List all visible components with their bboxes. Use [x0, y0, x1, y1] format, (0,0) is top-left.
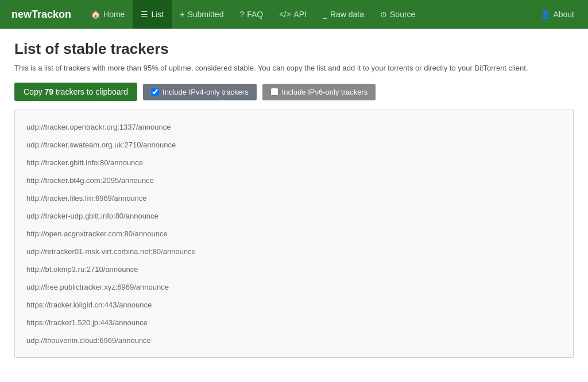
tracker-item: https://tracker1.520.jp:443/announce: [26, 314, 562, 331]
nav-item-label: FAQ: [247, 10, 263, 19]
nav-item-home[interactable]: 🏠 Home: [83, 0, 133, 29]
ipv4-checkbox[interactable]: [151, 88, 159, 96]
controls-row: Copy 79 trackers to clipboard Include IP…: [14, 83, 574, 101]
tracker-item: udp://thouvenin.cloud:6969/announce: [26, 332, 562, 349]
navbar: newTrackon 🏠 Home☰ List+ Submitted? FAQ<…: [0, 0, 588, 29]
rawdata-icon: _​: [323, 10, 327, 19]
submitted-icon: +: [180, 10, 184, 19]
nav-item-rawdata[interactable]: _​ Raw data: [315, 0, 372, 29]
nav-item-about[interactable]: 👤 About: [532, 0, 582, 29]
ipv4-label: Include IPv4-only trackers: [163, 88, 249, 96]
nav-about-label: About: [553, 10, 574, 19]
page-description: This is a list of trackers with more tha…: [14, 64, 574, 72]
api-icon: </>: [279, 10, 291, 19]
faq-icon: ?: [239, 10, 244, 19]
tracker-count: 79: [45, 87, 54, 96]
nav-item-faq[interactable]: ? FAQ: [231, 0, 271, 29]
nav-item-submitted[interactable]: + Submitted: [172, 0, 231, 29]
source-icon: ⊙: [380, 10, 387, 19]
nav-item-api[interactable]: </> API: [271, 0, 315, 29]
nav-item-label: Submitted: [187, 10, 223, 19]
tracker-item: http://tracker.files.fm:6969/announce: [26, 190, 562, 206]
tracker-item: http://bt.okmp3.ru:2710/announce: [26, 261, 562, 278]
ipv6-checkbox[interactable]: [270, 88, 278, 96]
nav-item-label: Raw data: [330, 10, 364, 19]
tracker-list-box: udp://tracker.opentrackr.org:1337/announ…: [14, 110, 574, 358]
home-icon: 🏠: [91, 10, 100, 19]
main-content: List of stable trackers This is a list o…: [0, 29, 588, 369]
brand: newTrackon: [6, 9, 77, 21]
tracker-item: https://tracker.loligirl.cn:443/announce: [26, 297, 562, 313]
copy-to-clipboard-button[interactable]: Copy 79 trackers to clipboard: [14, 83, 137, 101]
nav-item-label: List: [151, 10, 164, 19]
nav-item-list[interactable]: ☰ List: [133, 0, 172, 29]
ipv4-checkbox-button[interactable]: Include IPv4-only trackers: [143, 84, 257, 100]
nav-items: 🏠 Home☰ List+ Submitted? FAQ</> API_​ Ra…: [83, 0, 532, 29]
tracker-item: http://tracker.bt4g.com:2095/announce: [26, 172, 562, 189]
nav-right: 👤 About: [532, 0, 582, 29]
nav-item-label: Home: [103, 10, 125, 19]
tracker-item: udp://tracker-udp.gbitt.info:80/announce: [26, 208, 562, 224]
list-icon: ☰: [141, 10, 148, 19]
tracker-item: http://tracker.gbitt.info:80/announce: [26, 154, 562, 171]
nav-item-label: Source: [390, 10, 415, 19]
about-icon: 👤: [540, 10, 550, 19]
nav-item-label: API: [294, 10, 307, 19]
ipv6-checkbox-button[interactable]: Include IPv6-only trackers: [262, 84, 376, 100]
tracker-item: udp://free.publictracker.xyz:6969/announ…: [26, 279, 562, 295]
ipv6-label: Include IPv6-only trackers: [282, 88, 368, 96]
tracker-item: udp://tracker.swateam.org.uk:2710/announ…: [26, 137, 562, 153]
tracker-item: udp://tracker.opentrackr.org:1337/announ…: [26, 119, 562, 135]
tracker-item: http://open.acgnxtracker.com:80/announce: [26, 225, 562, 242]
nav-item-source[interactable]: ⊙ Source: [372, 0, 423, 29]
tracker-item: udp://retracker01-msk-virt.corbina.net:8…: [26, 243, 562, 260]
page-title: List of stable trackers: [14, 40, 574, 58]
